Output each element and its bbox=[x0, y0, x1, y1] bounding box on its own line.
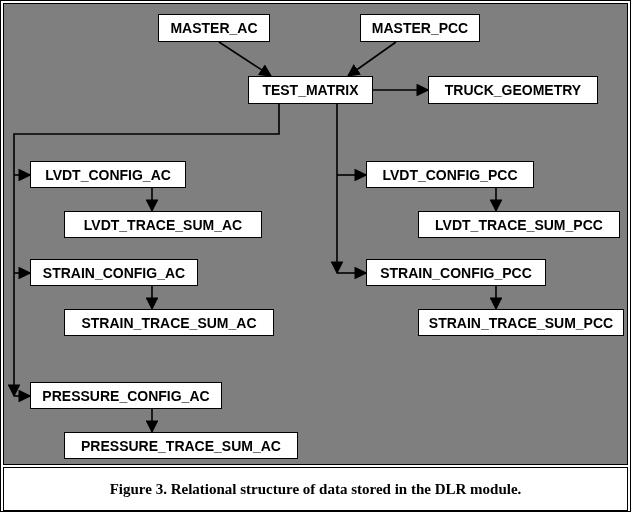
node-strain-config-pcc: STRAIN_CONFIG_PCC bbox=[366, 259, 546, 286]
node-master-ac: MASTER_AC bbox=[158, 14, 270, 42]
node-strain-trace-sum-ac: STRAIN_TRACE_SUM_AC bbox=[64, 309, 274, 336]
node-lvdt-config-ac: LVDT_CONFIG_AC bbox=[30, 161, 186, 188]
node-lvdt-trace-sum-ac: LVDT_TRACE_SUM_AC bbox=[64, 211, 262, 238]
node-test-matrix: TEST_MATRIX bbox=[248, 76, 373, 104]
figure-caption: Figure 3. Relational structure of data s… bbox=[3, 467, 628, 511]
node-strain-config-ac: STRAIN_CONFIG_AC bbox=[30, 259, 198, 286]
diagram-canvas: MASTER_AC MASTER_PCC TEST_MATRIX TRUCK_G… bbox=[3, 3, 628, 465]
node-lvdt-config-pcc: LVDT_CONFIG_PCC bbox=[366, 161, 534, 188]
figure-frame: MASTER_AC MASTER_PCC TEST_MATRIX TRUCK_G… bbox=[0, 0, 631, 512]
node-truck-geometry: TRUCK_GEOMETRY bbox=[428, 76, 598, 104]
svg-line-1 bbox=[348, 42, 396, 76]
node-lvdt-trace-sum-pcc: LVDT_TRACE_SUM_PCC bbox=[418, 211, 620, 238]
node-pressure-config-ac: PRESSURE_CONFIG_AC bbox=[30, 382, 222, 409]
node-strain-trace-sum-pcc: STRAIN_TRACE_SUM_PCC bbox=[418, 309, 624, 336]
node-pressure-trace-sum-ac: PRESSURE_TRACE_SUM_AC bbox=[64, 432, 298, 459]
node-master-pcc: MASTER_PCC bbox=[360, 14, 480, 42]
svg-line-0 bbox=[219, 42, 271, 76]
